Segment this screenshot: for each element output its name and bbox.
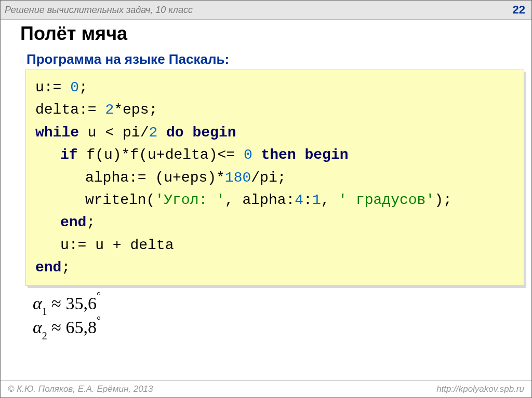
code-line: while u < pi/2 do begin [35,121,514,144]
code-text: /pi; [251,170,286,186]
page-number: 22 [513,3,525,17]
subscript: 2 [42,330,47,341]
code-text: f(u)*f(u+delta) [78,147,218,163]
code-block: u:= 0; delta:= 2*eps; while u < pi/2 do … [25,70,524,286]
code-line: writeln('Угол: ', alpha:4:1, ' градусов'… [35,189,514,211]
code-text: u:= u + delta [60,237,174,253]
page-title: Полёт мяча [1,20,531,48]
code-line: u:= 0; [35,76,514,99]
code-text: <= [217,147,235,163]
code-number: 2 [149,125,157,141]
code-keyword: do begin [166,125,236,141]
code-keyword: while [35,125,79,141]
code-text [252,147,261,163]
code-text: : [303,192,312,208]
approx-symbol: ≈ [51,318,61,337]
code-line: if f(u)*f(u+delta)<= 0 then begin [35,144,514,166]
degree-symbol: ° [97,314,101,326]
subscript: 1 [42,306,47,317]
results-block: α1 ≈ 35,6° α2 ≈ 65,8° [1,286,531,341]
slide-footer: © К.Ю. Поляков, Е.А. Ерёмин, 2013 http:/… [1,380,531,397]
alpha-symbol: α [33,318,42,337]
code-string: ' градусов' [338,192,434,208]
code-number: 180 [225,170,251,186]
code-text: (u+eps)* [155,170,224,186]
code-line: end; [35,211,514,234]
code-text: alpha:= [85,170,147,186]
code-line: u:= u + delta [35,234,514,256]
slide-header: Решение вычислительных задач, 10 класс 2… [1,1,531,20]
code-keyword: then begin [261,147,349,163]
code-text: *eps; [114,102,157,118]
section-subtitle: Программа на языке Паскаль: [1,48,531,68]
code-number: 0 [70,79,79,95]
result-row: α2 ≈ 65,8° [33,316,531,340]
code-text: delta:= [35,102,97,118]
breadcrumb: Решение вычислительных задач, 10 класс [5,5,193,16]
alpha-symbol: α [33,294,42,313]
code-string: 'Угол: ' [155,192,224,208]
code-text: ); [434,192,452,208]
code-text: u < pi/ [79,125,149,141]
code-line: alpha:= (u+eps)*180/pi; [35,167,514,189]
approx-symbol: ≈ [51,294,61,313]
code-line: end; [35,256,514,279]
code-keyword: end [35,259,61,276]
code-text: ; [61,259,70,276]
result-value: 35,6 [66,294,97,313]
code-text: , [225,192,234,208]
slide: Решение вычислительных задач, 10 класс 2… [0,0,532,398]
code-number: 2 [105,102,114,118]
result-row: α1 ≈ 35,6° [33,292,531,317]
footer-url: http://kpolyakov.spb.ru [436,384,524,394]
result-value: 65,8 [66,318,97,337]
footer-copyright: © К.Ю. Поляков, Е.А. Ерёмин, 2013 [8,384,153,394]
code-number: 4 [295,192,303,208]
code-text: , [321,192,330,208]
code-line: delta:= 2*eps; [35,99,514,121]
code-keyword: if [60,147,78,163]
code-text: ; [79,79,88,95]
code-text: alpha: [242,192,295,208]
degree-symbol: ° [97,290,101,301]
code-number: 1 [312,192,321,208]
code-text: ; [86,214,95,230]
code-number: 0 [244,147,252,163]
code-keyword: end [60,214,86,230]
code-text: writeln( [85,192,155,208]
code-text: u:= [35,79,61,95]
code-text [157,125,166,141]
